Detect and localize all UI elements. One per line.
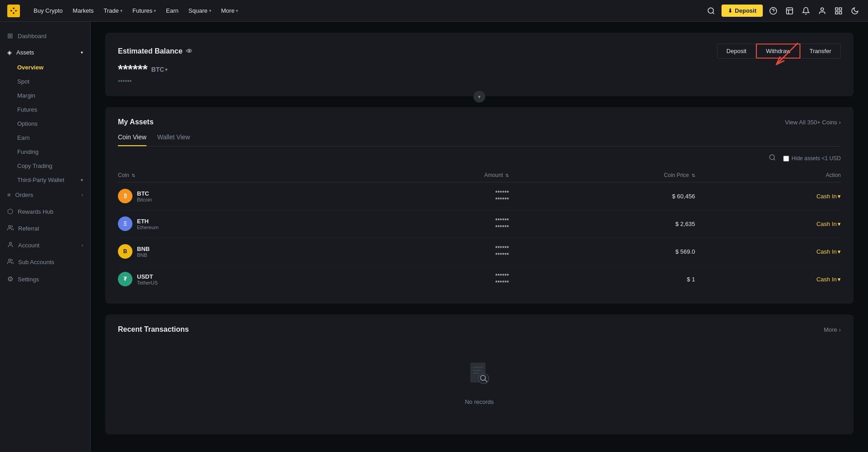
deposit-header-button[interactable]: ⬇ Deposit (722, 5, 763, 17)
svg-rect-15 (473, 367, 483, 368)
cash-in-btn-usdt[interactable]: Cash In ▾ (816, 276, 841, 283)
sidebar-item-sub-accounts[interactable]: Sub Accounts (0, 254, 90, 270)
assets-submenu: Overview Spot Margin Futures Options Ear… (0, 60, 90, 187)
cash-in-btn-btc[interactable]: Cash In ▾ (816, 193, 841, 200)
collapse-button[interactable]: ▾ (473, 91, 485, 103)
action-cell-btc: Cash In ▾ (695, 182, 841, 210)
amount-cell-usdt: ****** ****** (361, 265, 509, 293)
nav-trade[interactable]: Trade ▾ (99, 0, 127, 22)
hide-balance-icon[interactable]: 👁 (186, 48, 192, 55)
table-row: ₮ USDT TetherUS ****** ****** $ 1 Cash I… (118, 265, 841, 293)
nav-right-icons: ⬇ Deposit (705, 5, 861, 17)
balance-header: Estimated Balance 👁 Deposit Withdraw Tra… (118, 44, 841, 59)
hide-assets-checkbox[interactable] (783, 156, 789, 162)
search-button[interactable] (705, 5, 717, 17)
notifications-icon[interactable] (800, 5, 812, 17)
tab-coin-view[interactable]: Coin View (118, 133, 146, 146)
sidebar-item-funding[interactable]: Funding (17, 145, 90, 159)
nav-square[interactable]: Square ▾ (184, 0, 216, 22)
col-header-action: Action (695, 168, 841, 182)
coin-search-button[interactable] (769, 154, 776, 163)
svg-point-13 (770, 155, 775, 160)
svg-rect-0 (7, 5, 20, 17)
amount-stars-btc: ****** (361, 189, 509, 196)
balance-card: Estimated Balance 👁 Deposit Withdraw Tra… (105, 33, 853, 96)
transfer-button[interactable]: Transfer (800, 44, 841, 59)
table-controls: Hide assets <1 USD (118, 154, 841, 163)
coin-symbol-bnb: BNB (137, 246, 150, 252)
main-layout: ⊞ Dashboard ◈ Assets ▾ Overview Spot Mar… (0, 22, 868, 452)
account-chevron-icon: › (82, 243, 83, 248)
sidebar-item-third-party-wallet[interactable]: Third-Party Wallet ▾ (17, 173, 90, 187)
topnav: Buy Crypto Markets Trade ▾ Futures ▾ Ear… (0, 0, 868, 22)
cash-in-chevron-usdt: ▾ (838, 276, 841, 283)
nav-links: Buy Crypto Markets Trade ▾ Futures ▾ Ear… (29, 0, 700, 22)
coin-icon-eth: Ξ (118, 216, 132, 231)
svg-point-12 (9, 259, 11, 261)
nav-markets[interactable]: Markets (68, 0, 98, 22)
action-cell-usdt: Cash In ▾ (695, 265, 841, 293)
assets-section-header: My Assets View All 350+ Coins › (118, 118, 841, 126)
cash-in-btn-bnb[interactable]: Cash In ▾ (816, 248, 841, 255)
tab-wallet-view[interactable]: Wallet View (157, 133, 190, 146)
transactions-card: Recent Transactions More › No records (105, 314, 853, 434)
assets-card: My Assets View All 350+ Coins › Coin Vie… (105, 107, 853, 304)
amount-stars-eth: ****** (361, 217, 509, 224)
theme-toggle[interactable] (849, 5, 861, 17)
svg-rect-16 (473, 370, 481, 371)
coin-symbol-eth: ETH (137, 218, 159, 225)
transactions-more-link[interactable]: More › (824, 326, 841, 333)
sidebar-item-settings[interactable]: ⚙ Settings (0, 270, 90, 288)
assets-title: My Assets (118, 118, 154, 126)
price-sort-icon[interactable]: ⇅ (692, 173, 695, 178)
sidebar-item-rewards-hub[interactable]: ⬡ Rewards Hub (0, 203, 90, 220)
sidebar-item-account[interactable]: Account › (0, 237, 90, 254)
withdraw-button[interactable]: Withdraw (756, 44, 800, 59)
svg-rect-4 (786, 8, 793, 14)
assets-icon: ◈ (7, 49, 12, 56)
svg-rect-8 (839, 11, 842, 14)
btc-currency[interactable]: BTC ▾ (151, 66, 167, 73)
deposit-button[interactable]: Deposit (717, 44, 756, 59)
asset-view-tabs: Coin View Wallet View (118, 133, 841, 147)
balance-actions: Deposit Withdraw Transfer (717, 44, 841, 59)
main-content: Estimated Balance 👁 Deposit Withdraw Tra… (91, 22, 868, 452)
view-all-coins-link[interactable]: View All 350+ Coins › (785, 119, 841, 126)
sidebar-item-options[interactable]: Options (17, 117, 90, 131)
amount-sort-icon[interactable]: ⇅ (505, 173, 509, 178)
cash-in-btn-eth[interactable]: Cash In ▾ (816, 221, 841, 227)
logo[interactable] (7, 5, 20, 17)
profile-icon[interactable] (816, 5, 828, 17)
coin-sort-icon[interactable]: ⇅ (132, 173, 135, 178)
nav-futures[interactable]: Futures ▾ (128, 0, 161, 22)
svg-point-11 (10, 242, 12, 245)
nav-earn[interactable]: Earn (161, 0, 183, 22)
sidebar-item-spot[interactable]: Spot (17, 74, 90, 88)
sidebar-item-dashboard[interactable]: ⊞ Dashboard (0, 27, 90, 44)
apps-icon[interactable] (833, 5, 844, 17)
table-row: ₿ BTC Bitcoin ****** ****** $ 60,456 Cas… (118, 182, 841, 210)
account-icon (7, 241, 14, 249)
svg-point-1 (708, 8, 714, 13)
sidebar-item-referral[interactable]: Referral (0, 220, 90, 237)
sidebar-item-orders[interactable]: ≡ Orders › (0, 187, 90, 203)
nav-buy-crypto[interactable]: Buy Crypto (29, 0, 67, 22)
sidebar-item-earn[interactable]: Earn (17, 131, 90, 145)
support-icon[interactable] (767, 5, 779, 17)
svg-point-5 (821, 8, 824, 10)
sidebar-item-assets[interactable]: ◈ Assets ▾ (0, 44, 90, 60)
svg-point-10 (9, 226, 11, 228)
amount-cell-bnb: ****** ****** (361, 238, 509, 265)
dashboard-icon: ⊞ (7, 32, 13, 40)
sidebar-item-margin[interactable]: Margin (17, 88, 90, 103)
sidebar-item-futures[interactable]: Futures (17, 103, 90, 117)
coin-name-eth: Ethereum (137, 225, 159, 230)
hide-assets-checkbox-label[interactable]: Hide assets <1 USD (783, 155, 841, 162)
sidebar-item-copy-trading[interactable]: Copy Trading (17, 159, 90, 173)
balance-amount: ****** BTC ▾ (118, 62, 841, 77)
cash-in-chevron-btc: ▾ (838, 193, 841, 200)
sidebar-item-overview[interactable]: Overview (17, 60, 90, 74)
orders-icon[interactable] (784, 5, 795, 17)
nav-more[interactable]: More ▾ (217, 0, 243, 22)
coin-symbol-btc: BTC (137, 190, 152, 197)
